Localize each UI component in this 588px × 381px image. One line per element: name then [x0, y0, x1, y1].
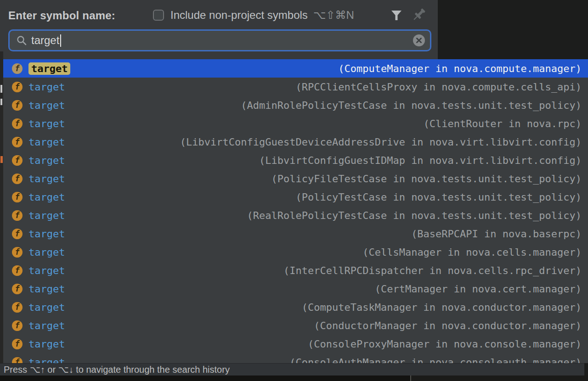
symbol-location: (ConsoleProxyManager in nova.console.man…: [308, 338, 582, 350]
list-item[interactable]: f target (LibvirtConfigGuestDeviceAddres…: [3, 133, 588, 151]
search-input[interactable]: target: [8, 29, 431, 51]
bottom-edge: [0, 375, 588, 381]
symbol-location: (ConductorManager in nova.conductor.mana…: [314, 320, 582, 331]
symbol-name: target: [28, 338, 65, 350]
symbol-name: target: [28, 136, 65, 148]
symbol-name: target: [28, 228, 65, 240]
symbol-location: (ClientRouter in nova.rpc): [424, 118, 582, 129]
symbol-location: (AdminRolePolicyTestCase in nova.tests.u…: [241, 100, 582, 111]
symbol-name: target: [28, 210, 65, 221]
symbol-results-list[interactable]: f target (ComputeManager in nova.compute…: [3, 59, 588, 363]
symbol-location: (LibvirtConfigGuestDeviceAddressDrive in…: [180, 136, 582, 148]
symbol-location: (RPCClientCellsProxy in nova.compute.cel…: [295, 81, 582, 93]
symbol-location: (ComputeManager in nova.compute.manager): [338, 63, 582, 74]
function-icon: f: [12, 229, 23, 239]
function-icon: f: [12, 155, 23, 166]
symbol-name: target: [28, 100, 65, 111]
search-value: target: [31, 34, 59, 47]
symbol-location: (BaseRPCAPI in nova.baserpc): [411, 228, 582, 240]
list-item[interactable]: f target (ConductorManager in nova.condu…: [3, 316, 588, 335]
editor-fragment: [0, 99, 2, 105]
function-icon: f: [12, 320, 23, 331]
symbol-name: target: [28, 357, 65, 364]
symbol-location: (LibvirtConfigGuestIDMap in nova.virt.li…: [259, 155, 582, 166]
list-item[interactable]: f target (ClientRouter in nova.rpc): [3, 114, 588, 133]
editor-edge-strip: [0, 51, 3, 363]
list-item[interactable]: f target (CertManager in nova.cert.manag…: [3, 280, 588, 298]
clear-search-icon[interactable]: [413, 34, 425, 47]
function-icon: f: [12, 339, 23, 349]
symbol-location: (PolicyTestCase in nova.tests.unit.test_…: [295, 191, 582, 203]
symbol-name: target: [28, 302, 65, 313]
symbol-name: target: [28, 320, 65, 331]
list-item[interactable]: f target (BaseRPCAPI in nova.baserpc): [3, 224, 588, 243]
symbol-name: target: [28, 118, 65, 129]
dialog-header: Enter symbol name: Include non-project s…: [0, 0, 438, 59]
list-item[interactable]: f target (RealRolePolicyTestCase in nova…: [3, 206, 588, 224]
search-icon: [16, 35, 27, 46]
text-caret: [60, 34, 61, 47]
list-item[interactable]: f target (InterCellRPCDispatcher in nova…: [3, 261, 588, 280]
filter-icon[interactable]: [390, 10, 403, 22]
function-icon: f: [12, 265, 23, 276]
status-hint-text: Press ⌥↑ or ⌥↓ to navigate through the s…: [4, 364, 230, 375]
symbol-location: (CellsManager in nova.cells.manager): [362, 247, 582, 258]
symbol-name: target: [28, 155, 65, 166]
status-bar: Press ⌥↑ or ⌥↓ to navigate through the s…: [0, 363, 584, 375]
symbol-location: (PolicyFileTestCase in nova.tests.unit.t…: [271, 173, 582, 185]
symbol-location: (CertManager in nova.cert.manager): [375, 283, 582, 295]
symbol-location: (ComputeTaskManager in nova.conductor.ma…: [302, 302, 582, 313]
list-item[interactable]: f target (LibvirtConfigGuestIDMap in nov…: [3, 151, 588, 169]
list-item[interactable]: f target (ConsoleProxyManager in nova.co…: [3, 335, 588, 353]
include-non-project-group: Include non-project symbols ⌥⇧⌘N: [153, 9, 354, 22]
function-icon: f: [12, 118, 23, 129]
symbol-name: target: [28, 265, 65, 276]
editor-fragment: [0, 156, 3, 163]
function-icon: f: [12, 63, 23, 74]
editor-fragment: [0, 86, 2, 93]
list-item[interactable]: f target (ComputeManager in nova.compute…: [3, 59, 588, 78]
pin-icon[interactable]: [411, 7, 427, 22]
include-non-project-label: Include non-project symbols: [170, 9, 308, 22]
list-item[interactable]: f target (ConsoleAuthManager in nova.con…: [3, 353, 588, 363]
function-icon: f: [12, 137, 23, 147]
symbol-name: target: [28, 191, 65, 203]
include-non-project-shortcut: ⌥⇧⌘N: [313, 9, 354, 22]
function-icon: f: [12, 174, 23, 184]
symbol-name: target: [28, 81, 65, 93]
function-icon: f: [12, 82, 23, 92]
editor-guide-line: [410, 375, 411, 381]
symbol-name: target: [28, 62, 70, 75]
list-item[interactable]: f target (AdminRolePolicyTestCase in nov…: [3, 96, 588, 114]
list-item[interactable]: f target (ComputeTaskManager in nova.con…: [3, 298, 588, 316]
function-icon: f: [12, 192, 23, 202]
symbol-location: (InterCellRPCDispatcher in nova.cells.rp…: [283, 265, 582, 276]
symbol-location: (ConsoleAuthManager in nova.consoleauth.…: [289, 357, 582, 364]
symbol-location: (RealRolePolicyTestCase in nova.tests.un…: [247, 210, 582, 221]
list-item[interactable]: f target (RPCClientCellsProxy in nova.co…: [3, 78, 588, 96]
list-item[interactable]: f target (PolicyFileTestCase in nova.tes…: [3, 169, 588, 188]
list-item[interactable]: f target (PolicyTestCase in nova.tests.u…: [3, 188, 588, 206]
function-icon: f: [12, 100, 23, 111]
function-icon: f: [12, 247, 23, 258]
list-item[interactable]: f target (CellsManager in nova.cells.man…: [3, 243, 588, 261]
include-non-project-checkbox[interactable]: [153, 10, 164, 21]
function-icon: f: [12, 302, 23, 313]
function-icon: f: [12, 210, 23, 221]
symbol-name: target: [28, 283, 65, 295]
goto-symbol-popup: Enter symbol name: Include non-project s…: [0, 0, 588, 381]
symbol-name: target: [28, 173, 65, 185]
function-icon: f: [12, 284, 23, 294]
dialog-title: Enter symbol name:: [8, 9, 115, 22]
symbol-name: target: [28, 247, 65, 258]
function-icon: f: [12, 357, 23, 364]
